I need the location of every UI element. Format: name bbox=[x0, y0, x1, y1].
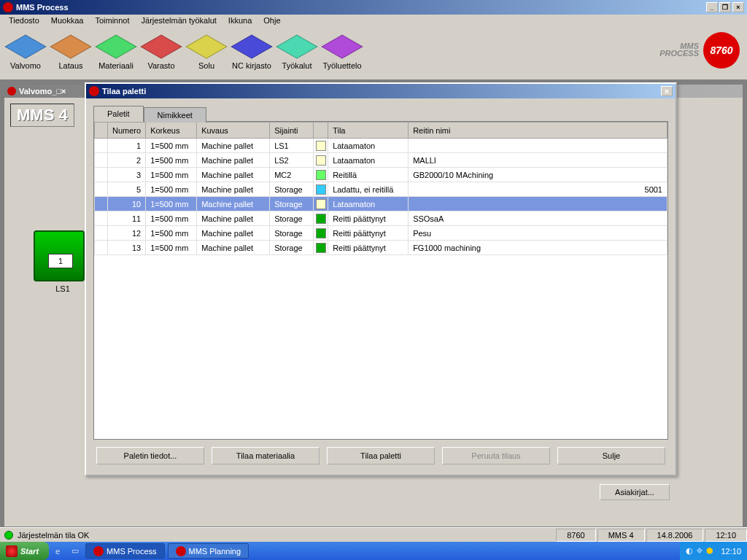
child-close-button[interactable]: × bbox=[61, 87, 66, 96]
row-handle bbox=[95, 182, 108, 197]
table-row[interactable]: 31=500 mmMachine palletMC2ReitilläGB2000… bbox=[95, 168, 667, 182]
cell-reitin-nimi: 5001 bbox=[409, 182, 667, 197]
column-header[interactable] bbox=[314, 122, 328, 139]
peruuta-tilaus-button[interactable]: Peruuta tilaus bbox=[442, 447, 550, 464]
cell-korkeus: 1=500 mm bbox=[146, 197, 197, 211]
cell-status-color bbox=[314, 182, 328, 197]
tilaa-materiaalia-button[interactable]: Tilaa materiaalia bbox=[212, 447, 320, 464]
dialog-titlebar: Tilaa paletti × bbox=[86, 84, 676, 98]
tab-nimikkeet[interactable]: Nimikkeet bbox=[144, 107, 206, 122]
paletin-tiedot-button[interactable]: Paletin tiedot... bbox=[96, 447, 204, 464]
dialog-close-button[interactable]: × bbox=[661, 86, 673, 96]
grid-header-row: NumeroKorkeusKuvausSijaintiTilaReitin ni… bbox=[95, 122, 667, 139]
cell-reitin-nimi: GB2000/10 MAchining bbox=[409, 168, 667, 182]
row-handle bbox=[95, 168, 108, 182]
menu-ikkuna[interactable]: Ikkuna bbox=[222, 15, 258, 29]
cell-reitin-nimi bbox=[409, 197, 667, 211]
main-titlebar: MMS Process _ ❐ × bbox=[0, 0, 747, 15]
column-header[interactable]: Sijainti bbox=[270, 122, 314, 139]
toolbar-materiaali[interactable]: Materiaali bbox=[93, 32, 139, 77]
restore-button[interactable]: ❐ bbox=[719, 2, 731, 12]
dialog-title: Tilaa paletti bbox=[102, 87, 146, 96]
table-row[interactable]: 21=500 mmMachine palletLS2LataamatonMALL… bbox=[95, 153, 667, 168]
toolbar-nc-kirjasto[interactable]: NC kirjasto bbox=[229, 32, 274, 77]
system-tray[interactable]: ◐ ❖ ⬢ 12:10 bbox=[680, 542, 747, 560]
start-button[interactable]: Start bbox=[0, 542, 49, 560]
cell-korkeus: 1=500 mm bbox=[146, 241, 197, 255]
row-handle bbox=[95, 153, 108, 168]
toolbar-valvomo[interactable]: Valvomo bbox=[3, 32, 48, 77]
quicklaunch-desktop-icon[interactable]: ▭ bbox=[68, 544, 82, 559]
cell-kuvaus: Machine pallet bbox=[197, 168, 270, 182]
status-led-icon bbox=[4, 531, 13, 540]
cell-numero: 2 bbox=[108, 153, 146, 168]
logo-badge: 8760 bbox=[703, 32, 740, 69]
table-row[interactable]: 11=500 mmMachine palletLS1Lataamaton bbox=[95, 139, 667, 153]
cell-reitin-nimi: MALLI bbox=[409, 153, 667, 168]
menu-toiminnot[interactable]: Toiminnot bbox=[89, 15, 135, 29]
cell-numero: 5 bbox=[108, 182, 146, 197]
cell-reitin-nimi: Pesu bbox=[409, 226, 667, 241]
station-ls1[interactable]: 1 LS1 bbox=[34, 230, 92, 293]
cell-status-color bbox=[314, 168, 328, 182]
app-logo: MMS PROCESS 8760 bbox=[659, 32, 740, 69]
asiakirjat-button[interactable]: Asiakirjat... bbox=[600, 484, 670, 500]
taskbar: Start e ▭ MMS Process MMS Planning ◐ ❖ ⬢… bbox=[0, 542, 747, 560]
quicklaunch-ie-icon[interactable]: e bbox=[50, 544, 65, 559]
menu-tiedosto[interactable]: Tiedosto bbox=[3, 15, 45, 29]
cell-status-color bbox=[314, 197, 328, 211]
mms4-heading: MMS 4 bbox=[10, 104, 74, 127]
toolbar-label: NC kirjasto bbox=[232, 61, 271, 70]
cell-tila: Reitti päättynyt bbox=[328, 226, 409, 241]
minimize-button[interactable]: _ bbox=[706, 2, 718, 12]
child-maximize-button[interactable]: □ bbox=[56, 87, 61, 96]
cell-kuvaus: Machine pallet bbox=[197, 182, 270, 197]
toolbar-solu[interactable]: Solu bbox=[184, 32, 229, 77]
main-toolbar: ValvomoLatausMateriaaliVarastoSoluNC kir… bbox=[0, 29, 747, 80]
tab-paletit[interactable]: Paletit bbox=[93, 106, 144, 122]
row-handle bbox=[95, 197, 108, 211]
tray-icon[interactable]: ⬢ bbox=[706, 546, 713, 556]
toolbar-icon bbox=[147, 32, 176, 61]
cell-reitin-nimi: SSOsaA bbox=[409, 211, 667, 226]
sulje-button[interactable]: Sulje bbox=[557, 447, 665, 464]
windows-logo-icon bbox=[6, 545, 18, 557]
pallet-grid[interactable]: NumeroKorkeusKuvausSijaintiTilaReitin ni… bbox=[93, 121, 668, 440]
tray-icon[interactable]: ❖ bbox=[696, 546, 703, 556]
menu-ohje[interactable]: Ohje bbox=[258, 15, 286, 29]
cell-sijainti: LS2 bbox=[270, 153, 314, 168]
cell-tila: Lataamaton bbox=[328, 139, 409, 153]
cell-sijainti: Storage bbox=[270, 241, 314, 255]
toolbar-ty-kalut[interactable]: Työkalut bbox=[274, 32, 320, 77]
cell-sijainti: Storage bbox=[270, 226, 314, 241]
tray-icon[interactable]: ◐ bbox=[686, 546, 693, 556]
cell-reitin-nimi bbox=[409, 139, 667, 153]
taskbar-mms-process[interactable]: MMS Process bbox=[85, 543, 164, 559]
toolbar-varasto[interactable]: Varasto bbox=[139, 32, 184, 77]
table-row[interactable]: 51=500 mmMachine palletStorageLadattu, e… bbox=[95, 182, 667, 197]
column-header[interactable] bbox=[95, 122, 108, 139]
column-header[interactable]: Reitin nimi bbox=[409, 122, 667, 139]
cell-tila: Lataamaton bbox=[328, 197, 409, 211]
app-icon bbox=[3, 2, 13, 12]
tray-clock: 12:10 bbox=[721, 547, 741, 556]
menu-j-rjestelm-n-ty-kalut[interactable]: Järjestelmän työkalut bbox=[136, 15, 222, 29]
column-header[interactable]: Numero bbox=[108, 122, 146, 139]
toolbar-lataus[interactable]: Lataus bbox=[48, 32, 93, 77]
toolbar-ty-luettelo[interactable]: Työluettelo bbox=[320, 32, 365, 77]
status-pane-date: 14.8.2006 bbox=[646, 529, 704, 542]
menu-muokkaa[interactable]: Muokkaa bbox=[45, 15, 90, 29]
table-row[interactable]: 121=500 mmMachine palletStorageReitti pä… bbox=[95, 226, 667, 241]
taskbar-app-icon bbox=[176, 546, 186, 556]
close-button[interactable]: × bbox=[732, 2, 744, 12]
tilaa-paletti-button[interactable]: Tilaa paletti bbox=[327, 447, 435, 464]
table-row[interactable]: 131=500 mmMachine palletStorageReitti pä… bbox=[95, 241, 667, 255]
row-handle bbox=[95, 226, 108, 241]
taskbar-mms-planning[interactable]: MMS Planning bbox=[168, 543, 249, 559]
column-header[interactable]: Kuvaus bbox=[197, 122, 270, 139]
column-header[interactable]: Tila bbox=[328, 122, 409, 139]
column-header[interactable]: Korkeus bbox=[146, 122, 197, 139]
table-row[interactable]: 101=500 mmMachine palletStorageLataamato… bbox=[95, 197, 667, 211]
table-row[interactable]: 111=500 mmMachine palletStorageReitti pä… bbox=[95, 211, 667, 226]
tilaa-paletti-dialog: Tilaa paletti × Paletit Nimikkeet Numero… bbox=[85, 82, 677, 476]
